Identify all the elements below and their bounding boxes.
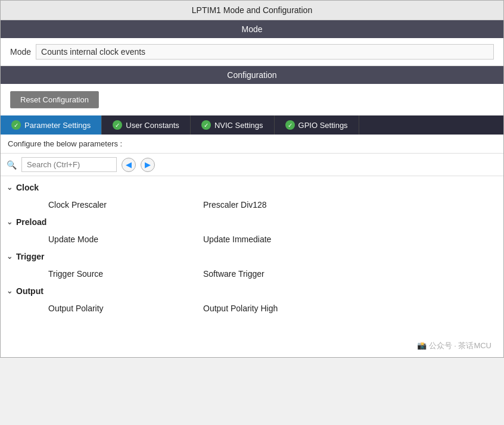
mode-section-header: Mode	[1, 20, 503, 38]
group-preload-label: Preload	[16, 217, 46, 227]
tab-check-user-constants: ✓	[113, 120, 122, 130]
search-row: 🔍 ◀ ▶	[1, 154, 503, 176]
tab-nvic-settings[interactable]: ✓ NVIC Settings	[191, 115, 275, 135]
chevron-output-icon: ⌄	[7, 287, 13, 295]
reset-configuration-button[interactable]: Reset Configuration	[10, 91, 99, 108]
table-row: Update Mode Update Immediate	[1, 231, 503, 248]
tab-check-gpio-settings: ✓	[285, 120, 295, 130]
chevron-clock-icon: ⌄	[7, 183, 13, 192]
table-row: Output Polarity Output Polarity High	[1, 300, 503, 317]
group-preload[interactable]: ⌄ Preload	[1, 213, 503, 231]
configure-text: Configure the below parameters :	[1, 135, 503, 154]
tab-parameter-settings[interactable]: ✓ Parameter Settings	[1, 115, 102, 135]
next-nav-button[interactable]: ▶	[141, 158, 155, 172]
chevron-preload-icon: ⌄	[7, 218, 13, 226]
tab-label-parameter-settings: Parameter Settings	[24, 121, 91, 130]
prev-nav-button[interactable]: ◀	[122, 158, 136, 172]
watermark-icon: 📸	[417, 341, 427, 350]
group-clock[interactable]: ⌄ Clock	[1, 179, 503, 196]
param-value-trigger-source: Software Trigger	[203, 269, 265, 279]
param-name-trigger-source: Trigger Source	[48, 269, 203, 279]
tab-user-constants[interactable]: ✓ User Constants	[102, 115, 191, 135]
param-value-clock-prescaler: Prescaler Div128	[203, 200, 267, 210]
tab-check-parameter-settings: ✓	[11, 120, 21, 130]
param-name-clock-prescaler: Clock Prescaler	[48, 200, 203, 210]
watermark: 📸 公众号 · 茶话MCU	[1, 329, 503, 357]
param-value-update-mode: Update Immediate	[203, 235, 271, 244]
search-input[interactable]	[21, 157, 117, 172]
search-icon: 🔍	[7, 160, 17, 170]
watermark-text: 公众号 · 茶话MCU	[429, 341, 491, 350]
tab-gpio-settings[interactable]: ✓ GPIO Settings	[275, 115, 359, 135]
mode-label: Mode	[10, 47, 31, 57]
param-name-update-mode: Update Mode	[48, 235, 203, 244]
config-section: Configuration Reset Configuration ✓ Para…	[1, 66, 503, 329]
group-output[interactable]: ⌄ Output	[1, 282, 503, 300]
chevron-trigger-icon: ⌄	[7, 252, 13, 261]
window-title: LPTIM1 Mode and Configuration	[1, 1, 503, 20]
group-output-label: Output	[16, 286, 43, 296]
group-trigger-label: Trigger	[16, 252, 44, 261]
mode-row: Mode Counts internal clock events	[1, 38, 503, 66]
tab-label-gpio-settings: GPIO Settings	[298, 121, 348, 130]
tabs-row: ✓ Parameter Settings ✓ User Constants ✓ …	[1, 115, 503, 135]
param-value-output-polarity: Output Polarity High	[203, 304, 278, 313]
config-section-header: Configuration	[1, 66, 503, 84]
tab-label-nvic-settings: NVIC Settings	[214, 121, 263, 130]
params-area: ⌄ Clock Clock Prescaler Prescaler Div128…	[1, 176, 503, 329]
group-clock-label: Clock	[16, 183, 39, 192]
table-row: Trigger Source Software Trigger	[1, 265, 503, 282]
main-window: LPTIM1 Mode and Configuration Mode Mode …	[0, 0, 504, 358]
mode-value: Counts internal clock events	[36, 44, 494, 60]
tab-label-user-constants: User Constants	[126, 121, 179, 130]
group-trigger[interactable]: ⌄ Trigger	[1, 248, 503, 265]
param-name-output-polarity: Output Polarity	[48, 304, 203, 313]
tab-check-nvic-settings: ✓	[201, 120, 211, 130]
table-row: Clock Prescaler Prescaler Div128	[1, 196, 503, 213]
reset-btn-row: Reset Configuration	[1, 84, 503, 115]
